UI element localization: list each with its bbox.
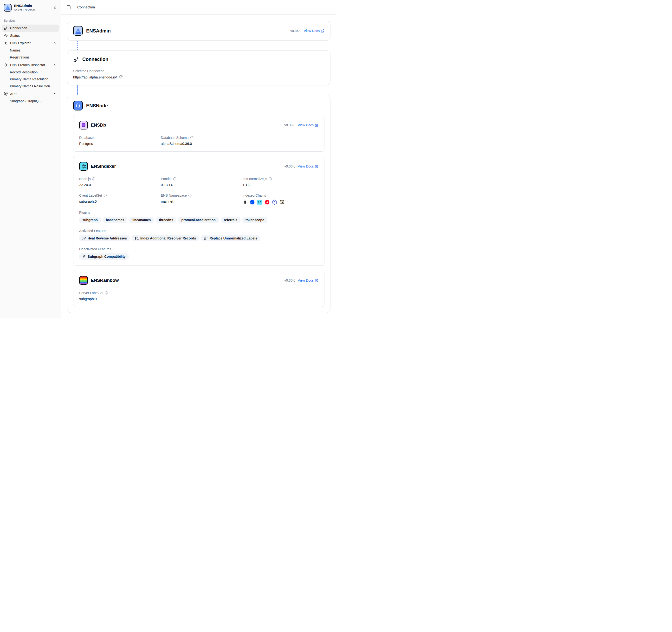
field-value: subgraph:0	[79, 297, 155, 301]
chip-label: Heal Reverse Addresses	[88, 236, 127, 240]
replace-icon	[204, 237, 208, 240]
selected-connection-label: Selected Connection	[73, 69, 325, 73]
sidebar-toggle-button[interactable]	[67, 5, 71, 9]
activity-icon	[4, 34, 8, 38]
sidebar-subitem-registrations[interactable]: Registrations	[6, 54, 59, 60]
chip-label: referrals	[224, 218, 237, 222]
field-database-schema: Database SchemaalphaSchema0.36.0	[161, 136, 237, 146]
ensdb-view-docs-link[interactable]: View Docs	[298, 123, 318, 127]
plugin-chip-basenames: basenames	[103, 217, 127, 223]
sidebar-subitem-primary-name-resolution[interactable]: Primary Name Resolution	[6, 76, 59, 82]
field-label: ENS Namespace	[161, 194, 187, 197]
field-node-js: Node.js22.20.0	[79, 177, 155, 187]
chevron-down-icon	[53, 92, 57, 96]
field-client-labelset: Client LabelSetsubgraph:0	[79, 194, 155, 205]
plugins-label: Plugins	[79, 211, 318, 214]
view-docs-label: View Docs	[298, 278, 314, 282]
app-root: ENSAdmin Select ENSNode Services Connect…	[0, 0, 336, 318]
sidebar-subitem-names[interactable]: Names	[6, 47, 59, 54]
chevrons-up-down-icon	[53, 6, 57, 9]
ensadmin-logo-icon	[4, 4, 11, 11]
ensindexer-card-title: ENSIndexer	[91, 164, 116, 169]
sidebar-subitem-record-resolution[interactable]: Record Resolution	[6, 69, 59, 76]
sidebar-subitem-subgraph-graphql[interactable]: Subgraph (GraphQL)	[6, 98, 59, 104]
chip-label: basenames	[106, 218, 124, 222]
ensadmin-view-docs-link[interactable]: View Docs	[304, 29, 325, 33]
chip-label: tokenscope	[245, 218, 264, 222]
ethereum-chain-icon	[243, 199, 247, 205]
connection-url: https://api.alpha.ensnode.io/	[73, 75, 117, 79]
ensindexer-logo-icon	[79, 162, 88, 171]
connection-card: Connection Selected Connection https://a…	[67, 50, 331, 85]
info-icon[interactable]	[92, 177, 95, 180]
field-label: Node.js	[79, 177, 91, 181]
view-docs-label: View Docs	[304, 29, 320, 33]
sidebar-item-connection[interactable]: Connection	[2, 25, 59, 32]
field-value: 22.20.0	[79, 183, 155, 187]
selected-connection-row: https://api.alpha.ensnode.io/	[73, 75, 325, 79]
ensnode-selector[interactable]: ENSAdmin Select ENSNode	[2, 2, 59, 13]
app-title: ENSAdmin	[14, 4, 35, 8]
sidebar-item-ens-explorer[interactable]: ENS Explorer	[2, 40, 59, 47]
view-docs-label: View Docs	[298, 123, 314, 127]
sidebar-item-label: Status	[10, 34, 20, 38]
base-chain-icon	[249, 199, 255, 205]
field-label: Indexed Chains	[243, 194, 266, 197]
field-server-labelset: Server LabelSetsubgraph:0	[79, 291, 155, 301]
view-docs-label: View Docs	[298, 164, 314, 168]
plugin-chip-referrals: referrals	[221, 217, 240, 223]
ens-mark-icon	[4, 63, 8, 67]
field-value: 0.13.14	[161, 183, 237, 187]
plugin-chip-protocol-acceleration: protocol-acceleration	[178, 217, 219, 223]
ensrainbow-fields: Server LabelSetsubgraph:0	[79, 291, 318, 301]
activated-feature-chip-replace-unnormalized-labels: Replace Unnormalized Labels	[201, 235, 260, 241]
info-icon[interactable]	[173, 177, 176, 180]
copy-icon[interactable]	[119, 75, 123, 79]
field-label: Client LabelSet	[79, 194, 102, 197]
ensrainbow-view-docs-link[interactable]: View Docs	[298, 278, 318, 282]
field-label: Server LabelSet	[79, 291, 103, 295]
field-label: ens-normalize.js	[243, 177, 267, 181]
info-icon[interactable]	[105, 291, 108, 295]
ensindexer-view-docs-link[interactable]: View Docs	[298, 164, 318, 168]
ensdb-fields: DatabasePostgresDatabase SchemaalphaSche…	[79, 136, 318, 146]
ensindexer-fields: Node.js22.20.0Ponder0.13.14ens-normalize…	[79, 177, 318, 205]
external-link-icon	[315, 165, 318, 168]
sidebar: ENSAdmin Select ENSNode Services Connect…	[0, 0, 61, 318]
indexed-chains-row	[243, 199, 318, 205]
sidebar-item-ens-protocol-inspector[interactable]: ENS Protocol Inspector	[2, 62, 59, 69]
sidebar-item-apis[interactable]: APIs	[2, 90, 59, 97]
graph-node-icon	[82, 255, 86, 259]
sidebar-subgroup-ens-protocol-inspector: Record ResolutionPrimary Name Resolution…	[6, 69, 59, 90]
app-subtitle: Select ENSNode	[14, 8, 35, 12]
info-icon[interactable]	[269, 177, 272, 180]
sidebar-item-label: ENS Explorer	[10, 41, 30, 45]
ensnode-logo-icon	[73, 101, 83, 111]
deactivated-features-label: Deactivated Features	[79, 247, 318, 251]
pill-icon	[82, 237, 86, 240]
telescope-icon	[4, 41, 8, 45]
database-plus-icon	[135, 237, 139, 240]
sidebar-item-label: Connection	[10, 26, 27, 30]
field-ens-normalize-js: ens-normalize.js1.11.1	[243, 177, 318, 187]
info-icon[interactable]	[190, 136, 193, 139]
optimism-chain-icon	[265, 199, 270, 205]
field-value: 1.11.1	[243, 183, 318, 187]
ensnode-card: ENSNode	[67, 95, 331, 313]
field-value: mainnet	[161, 199, 237, 203]
sidebar-subitem-primary-names-resolution[interactable]: Primary Names Resolution	[6, 83, 59, 90]
ensnode-card-title: ENSNode	[86, 103, 108, 108]
plugin-chips: subgraphbasenameslineanamesthreednsproto…	[79, 217, 318, 223]
breadcrumb: Connection	[77, 5, 95, 9]
info-icon[interactable]	[103, 194, 107, 197]
dashed-connector-line	[77, 41, 78, 50]
info-icon[interactable]	[188, 194, 192, 197]
chip-label: protocol-acceleration	[181, 218, 215, 222]
plugin-chip-threedns: threedns	[156, 217, 176, 223]
ensdb-logo-icon	[79, 121, 88, 129]
ensindexer-version: v0.36.0	[284, 164, 295, 168]
sidebar-nav: ConnectionStatusENS ExplorerNamesRegistr…	[0, 25, 61, 104]
sidebar-item-status[interactable]: Status	[2, 32, 59, 39]
sidebar-section-label: Services	[0, 13, 61, 24]
ensdb-card: ENSDb v0.36.0 View Docs DatabasePostgres…	[73, 115, 325, 152]
